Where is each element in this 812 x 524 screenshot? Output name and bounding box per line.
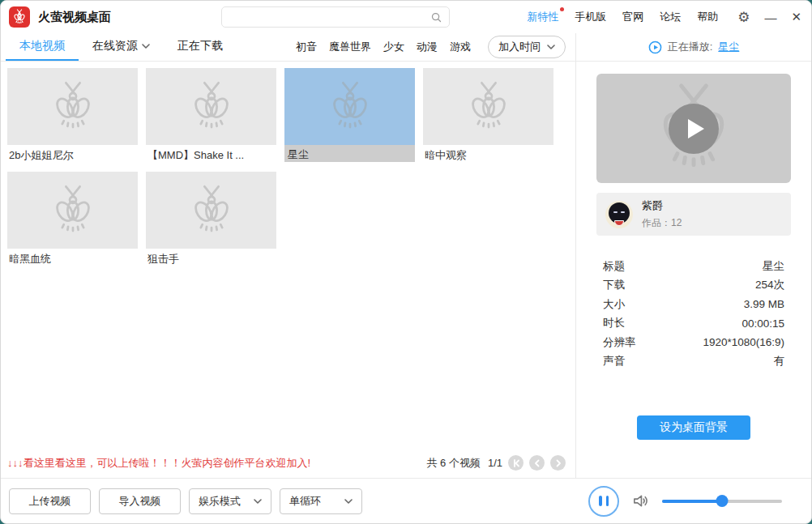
loop-select[interactable]: 单循环 xyxy=(280,488,362,514)
artist-name: 紫爵 xyxy=(642,198,682,213)
info-label: 大小 xyxy=(603,297,625,312)
category-games[interactable]: 游戏 xyxy=(450,40,471,54)
video-title: 暗中观察 xyxy=(423,145,553,163)
video-card[interactable]: 狙击手 xyxy=(146,172,276,266)
settings-gear-icon[interactable]: ⚙ xyxy=(737,11,750,24)
video-card-selected[interactable]: 星尘 xyxy=(284,68,415,163)
chevron-down-icon xyxy=(547,45,555,49)
detail-panel: 紫爵 作品：12 标题星尘 下载254次 大小3.99 MB 时长00:00:1… xyxy=(575,62,811,478)
info-value: 有 xyxy=(774,354,785,369)
info-label: 下载 xyxy=(603,278,625,292)
info-label: 声音 xyxy=(603,354,625,369)
video-card[interactable]: 暗中观察 xyxy=(423,68,553,163)
now-playing-bar: 正在播放: 星尘 xyxy=(576,33,811,61)
firefly-placeholder-icon xyxy=(46,184,100,237)
video-title: 2b小姐姐尼尔 xyxy=(7,145,138,163)
mode-select[interactable]: 娱乐模式 xyxy=(189,488,271,514)
video-title: 星尘 xyxy=(284,145,415,162)
play-icon xyxy=(688,119,704,138)
info-value: 00:00:15 xyxy=(741,317,784,330)
search-box[interactable] xyxy=(221,6,450,28)
category-miku[interactable]: 初音 xyxy=(296,40,317,54)
firefly-placeholder-icon xyxy=(185,80,238,134)
now-playing-label: 正在播放: xyxy=(668,40,713,54)
info-value: 星尘 xyxy=(763,259,784,274)
video-title: 【MMD】Shake It ... xyxy=(146,145,276,163)
nav-row: 本地视频 在线资源 正在下载 初音 魔兽世界 少女 动漫 游戏 加入时间 xyxy=(1,33,811,62)
tab-downloading[interactable]: 正在下载 xyxy=(164,33,237,61)
volume-slider[interactable] xyxy=(662,496,782,507)
video-thumbnail[interactable] xyxy=(284,68,415,145)
video-grid-area: 2b小姐姐尼尔 【MMD】Shake It ... 星尘 暗中观察 暗黑血统 xyxy=(1,62,575,478)
first-page-button[interactable] xyxy=(508,455,524,471)
video-preview[interactable] xyxy=(596,74,791,183)
video-thumbnail[interactable] xyxy=(146,68,276,145)
page-indicator: 1/1 xyxy=(488,457,502,469)
titlebar: 火萤视频桌面 新特性 手机版 官网 论坛 帮助 ⚙ — ✕ xyxy=(1,1,811,33)
menu-mobile-version[interactable]: 手机版 xyxy=(575,10,606,24)
menu-new-features[interactable]: 新特性 xyxy=(527,10,558,24)
info-label: 分辨率 xyxy=(603,335,636,350)
firefly-placeholder-icon xyxy=(185,184,238,237)
video-thumbnail[interactable] xyxy=(7,172,138,249)
video-thumbnail[interactable] xyxy=(423,68,553,145)
artist-avatar xyxy=(605,201,633,228)
info-label: 时长 xyxy=(603,316,625,330)
chevron-down-icon xyxy=(254,499,262,504)
info-value: 1920*1080(16:9) xyxy=(703,336,784,348)
artist-card[interactable]: 紫爵 作品：12 xyxy=(596,193,791,236)
bottom-toolbar: 上传视频 导入视频 娱乐模式 单循环 xyxy=(1,478,811,523)
video-thumbnail[interactable] xyxy=(7,68,138,145)
search-icon[interactable] xyxy=(430,11,442,23)
firefly-placeholder-icon xyxy=(462,80,515,134)
menu-official-site[interactable]: 官网 xyxy=(622,10,643,24)
firefly-placeholder-icon xyxy=(46,80,100,134)
artist-works-count: 作品：12 xyxy=(642,216,682,230)
set-wallpaper-button[interactable]: 设为桌面背景 xyxy=(637,415,750,440)
play-button[interactable] xyxy=(669,104,719,154)
volume-fill xyxy=(662,500,722,503)
play-circle-icon xyxy=(648,40,662,54)
video-info-table: 标题星尘 下载254次 大小3.99 MB 时长00:00:15 分辨率1920… xyxy=(603,257,784,371)
tab-local-videos[interactable]: 本地视频 xyxy=(6,33,79,61)
menu-help[interactable]: 帮助 xyxy=(697,10,718,24)
volume-thumb[interactable] xyxy=(716,495,729,507)
chevron-down-icon xyxy=(142,44,150,49)
video-count: 共 6 个视频 xyxy=(426,456,480,471)
now-playing-title-link[interactable]: 星尘 xyxy=(718,40,739,54)
import-video-button[interactable]: 导入视频 xyxy=(99,488,181,514)
info-label: 标题 xyxy=(603,259,625,274)
volume-icon[interactable] xyxy=(631,492,650,510)
video-title: 暗黑血统 xyxy=(7,249,138,266)
video-card[interactable]: 暗黑血统 xyxy=(7,172,138,266)
tab-online-resources[interactable]: 在线资源 xyxy=(79,33,164,61)
minimize-button[interactable]: — xyxy=(764,11,776,24)
category-anime[interactable]: 动漫 xyxy=(417,40,438,54)
chevron-down-icon xyxy=(344,499,353,504)
app-window: 火萤视频桌面 新特性 手机版 官网 论坛 帮助 ⚙ — ✕ 本地视频 在线资源 xyxy=(0,0,812,524)
info-value: 254次 xyxy=(755,278,784,292)
close-button[interactable]: ✕ xyxy=(791,10,801,24)
video-title: 狙击手 xyxy=(146,249,276,266)
prev-page-button[interactable] xyxy=(529,455,545,471)
pause-button[interactable] xyxy=(588,486,619,517)
video-card[interactable]: 【MMD】Shake It ... xyxy=(146,68,276,163)
app-logo-icon xyxy=(9,6,30,28)
app-title: 火萤视频桌面 xyxy=(38,10,111,25)
info-value: 3.99 MB xyxy=(744,298,784,310)
search-input[interactable] xyxy=(222,7,430,27)
category-warcraft[interactable]: 魔兽世界 xyxy=(329,40,371,54)
upload-promo-link[interactable]: ↓↓↓看这里看这里，可以上传啦！！！火萤内容创作平台欢迎加入! xyxy=(7,456,310,471)
video-card[interactable]: 2b小姐姐尼尔 xyxy=(7,68,138,163)
video-thumbnail[interactable] xyxy=(146,172,276,249)
next-page-button[interactable] xyxy=(550,455,566,471)
sort-dropdown[interactable]: 加入时间 xyxy=(488,36,566,58)
upload-video-button[interactable]: 上传视频 xyxy=(9,488,91,514)
category-girls[interactable]: 少女 xyxy=(383,40,404,54)
menu-forum[interactable]: 论坛 xyxy=(660,10,681,24)
firefly-placeholder-icon xyxy=(323,80,377,134)
notification-dot xyxy=(560,7,564,11)
